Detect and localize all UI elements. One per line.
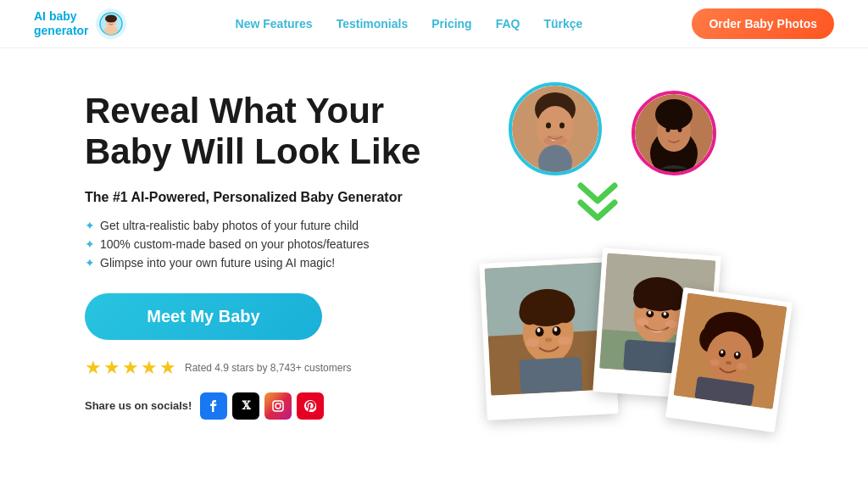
feature-item-3: ✦ Glimpse into your own future using AI … — [85, 256, 441, 270]
svg-point-21 — [678, 127, 682, 132]
logo-icon — [96, 8, 126, 39]
svg-rect-34 — [519, 357, 582, 394]
star-5: ★ — [159, 357, 176, 379]
logo[interactable]: AI baby generator — [34, 8, 126, 39]
rating-text: Rated 4.9 stars by 8,743+ customers — [185, 362, 351, 374]
social-label: Share us on socials! — [85, 399, 192, 412]
svg-point-14 — [543, 136, 567, 146]
svg-point-2 — [104, 26, 118, 35]
feature-item-1: ✦ Get ultra-realistic baby photos of you… — [85, 219, 441, 232]
main-nav: New Features Testimonials Pricing FAQ Tü… — [236, 17, 583, 31]
nav-turkce[interactable]: Türkçe — [543, 17, 582, 31]
hero-left: Reveal What Your Baby Will Look Like The… — [85, 82, 441, 420]
star-2: ★ — [103, 357, 120, 379]
nav-faq[interactable]: FAQ — [496, 17, 520, 31]
twitter-x-button[interactable]: 𝕏 — [232, 392, 259, 420]
facebook-button[interactable] — [200, 392, 227, 420]
site-header: AI baby generator New Features Testimoni… — [0, 0, 868, 48]
parent-photo-woman — [632, 91, 716, 175]
star-1: ★ — [85, 357, 102, 379]
svg-point-12 — [546, 123, 551, 129]
feature-icon-3: ✦ — [85, 256, 95, 270]
pinterest-button[interactable] — [297, 392, 324, 420]
instagram-button[interactable] — [264, 392, 292, 420]
star-4: ★ — [141, 357, 158, 379]
main-heading: Reveal What Your Baby Will Look Like — [85, 91, 441, 173]
social-share-row: Share us on socials! 𝕏 — [85, 392, 441, 420]
nav-pricing[interactable]: Pricing — [431, 17, 471, 31]
svg-point-20 — [666, 127, 670, 132]
logo-text: AI baby generator — [34, 9, 89, 38]
star-rating: ★ ★ ★ ★ ★ — [85, 357, 176, 379]
order-baby-photos-button[interactable]: Order Baby Photos — [692, 8, 834, 39]
parent-photo-man — [509, 82, 602, 175]
feature-icon-2: ✦ — [85, 237, 95, 251]
social-icons: 𝕏 — [200, 392, 324, 420]
svg-rect-6 — [273, 401, 283, 411]
svg-point-8 — [281, 402, 282, 403]
nav-new-features[interactable]: New Features — [236, 17, 313, 31]
chevron-arrows — [572, 182, 623, 228]
star-3: ★ — [122, 357, 139, 379]
meet-my-baby-button[interactable]: Meet My Baby — [85, 293, 322, 340]
feature-item-2: ✦ 100% custom-made based on your photos/… — [85, 237, 441, 251]
main-content: Reveal What Your Baby Will Look Like The… — [0, 48, 868, 484]
svg-point-13 — [559, 123, 565, 129]
subtitle: The #1 AI-Powered, Personalized Baby Gen… — [85, 190, 441, 205]
features-list: ✦ Get ultra-realistic baby photos of you… — [85, 219, 441, 270]
feature-icon-1: ✦ — [85, 219, 95, 232]
svg-point-5 — [105, 15, 117, 23]
baby-photo-3 — [665, 287, 793, 433]
baby-photos — [466, 252, 788, 481]
svg-point-19 — [655, 99, 693, 130]
hero-right — [475, 82, 834, 472]
svg-point-7 — [275, 403, 281, 409]
nav-testimonials[interactable]: Testimonials — [337, 17, 409, 31]
rating-row: ★ ★ ★ ★ ★ Rated 4.9 stars by 8,743+ cust… — [85, 357, 441, 379]
